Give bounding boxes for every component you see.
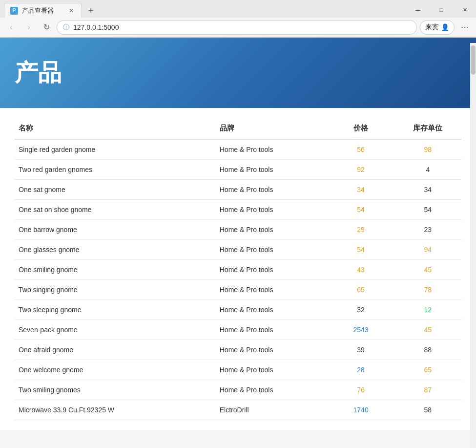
page-header: 产品 [0, 38, 476, 108]
browser-chrome: P 产品查看器 ✕ + — □ ✕ ‹ › ↻ ⓘ 127.0.0.1:5000… [0, 0, 476, 38]
cell-stock: 94 [394, 240, 461, 260]
cell-name: One sat gnome [15, 180, 216, 200]
cell-stock: 4 [394, 160, 461, 180]
cell-price: 39 [328, 340, 394, 360]
tab-bar: P 产品查看器 ✕ + — □ ✕ [0, 0, 476, 18]
cell-name: One sat on shoe gnome [15, 200, 216, 220]
col-header-name: 名称 [15, 118, 216, 139]
page-content: 产品 名称 品牌 价格 库存单位 Single red garden gnome… [0, 38, 476, 430]
browser-menu-button[interactable]: ⋯ [457, 20, 472, 35]
active-tab[interactable]: P 产品查看器 ✕ [4, 3, 82, 18]
profile-icon: 👤 [441, 23, 449, 31]
table-container: 名称 品牌 价格 库存单位 Single red garden gnome Ho… [0, 108, 476, 430]
cell-brand: Home & Pro tools [216, 340, 328, 360]
refresh-button[interactable]: ↻ [39, 20, 54, 35]
forward-button[interactable]: › [21, 20, 36, 35]
table-row[interactable]: One glasses gnome Home & Pro tools 54 94 [15, 240, 461, 260]
cell-price: 92 [328, 160, 394, 180]
back-button[interactable]: ‹ [4, 20, 19, 35]
tab-close-button[interactable]: ✕ [67, 6, 76, 15]
table-row[interactable]: One sat gnome Home & Pro tools 34 34 [15, 180, 461, 200]
cell-stock: 45 [394, 320, 461, 340]
table-row[interactable]: One afraid gnome Home & Pro tools 39 88 [15, 340, 461, 360]
cell-name: Seven-pack gnome [15, 320, 216, 340]
cell-name: Two sleeping gnome [15, 300, 216, 320]
address-bar[interactable]: ⓘ 127.0.0.1:5000 [57, 20, 417, 35]
cell-stock: 65 [394, 360, 461, 380]
cell-price: 54 [328, 240, 394, 260]
cell-stock: 54 [394, 200, 461, 220]
cell-name: One afraid gnome [15, 340, 216, 360]
cell-brand: Home & Pro tools [216, 360, 328, 380]
cell-price: 65 [328, 280, 394, 300]
cell-name: One smiling gnome [15, 260, 216, 280]
table-row[interactable]: One smiling gnome Home & Pro tools 43 45 [15, 260, 461, 280]
tab-favicon: P [10, 7, 18, 15]
cell-brand: Home & Pro tools [216, 320, 328, 340]
table-row[interactable]: Single red garden gnome Home & Pro tools… [15, 139, 461, 160]
cell-brand: Home & Pro tools [216, 139, 328, 160]
table-row[interactable]: One welcome gnome Home & Pro tools 28 65 [15, 360, 461, 380]
table-row[interactable]: Microwave 33.9 Cu.Ft.92325 W ElctroDrill… [15, 400, 461, 420]
profile-button[interactable]: 来宾 👤 [420, 20, 455, 35]
cell-brand: Home & Pro tools [216, 220, 328, 240]
cell-price: 54 [328, 200, 394, 220]
cell-price: 56 [328, 139, 394, 160]
table-row[interactable]: One barrow gnome Home & Pro tools 29 23 [15, 220, 461, 240]
cell-price: 43 [328, 260, 394, 280]
table-row[interactable]: One sat on shoe gnome Home & Pro tools 5… [15, 200, 461, 220]
cell-name: One glasses gnome [15, 240, 216, 260]
cell-stock: 34 [394, 180, 461, 200]
cell-brand: Home & Pro tools [216, 300, 328, 320]
col-header-stock: 库存单位 [394, 118, 461, 139]
security-icon: ⓘ [63, 23, 69, 32]
cell-name: Two smiling gnomes [15, 380, 216, 400]
close-button[interactable]: ✕ [454, 2, 476, 18]
col-header-brand: 品牌 [216, 118, 328, 139]
cell-brand: Home & Pro tools [216, 260, 328, 280]
cell-price: 29 [328, 220, 394, 240]
table-row[interactable]: Two singing gnome Home & Pro tools 65 78 [15, 280, 461, 300]
cell-stock: 45 [394, 260, 461, 280]
profile-label: 来宾 [425, 23, 439, 32]
page-title: 产品 [15, 57, 461, 88]
url-text[interactable]: 127.0.0.1:5000 [73, 23, 411, 31]
cell-brand: Home & Pro tools [216, 280, 328, 300]
cell-stock: 12 [394, 300, 461, 320]
table-row[interactable]: Seven-pack gnome Home & Pro tools 2543 4… [15, 320, 461, 340]
cell-brand: Home & Pro tools [216, 160, 328, 180]
cell-name: Single red garden gnome [15, 139, 216, 160]
cell-stock: 23 [394, 220, 461, 240]
cell-name: Two red garden gnomes [15, 160, 216, 180]
table-row[interactable]: Two sleeping gnome Home & Pro tools 32 1… [15, 300, 461, 320]
cell-name: One welcome gnome [15, 360, 216, 380]
cell-price: 76 [328, 380, 394, 400]
nav-bar: ‹ › ↻ ⓘ 127.0.0.1:5000 来宾 👤 ⋯ [0, 18, 476, 37]
cell-name: Two singing gnome [15, 280, 216, 300]
maximize-button[interactable]: □ [430, 2, 453, 18]
cell-brand: Home & Pro tools [216, 180, 328, 200]
cell-price: 2543 [328, 320, 394, 340]
scrollbar-thumb[interactable] [471, 45, 476, 75]
new-tab-button[interactable]: + [84, 4, 98, 18]
cell-price: 32 [328, 300, 394, 320]
cell-stock: 58 [394, 400, 461, 420]
scrollbar[interactable] [470, 43, 476, 430]
tab-title: 产品查看器 [22, 6, 54, 15]
cell-name: One barrow gnome [15, 220, 216, 240]
cell-stock: 87 [394, 380, 461, 400]
cell-brand: ElctroDrill [216, 400, 328, 420]
table-row[interactable]: Two smiling gnomes Home & Pro tools 76 8… [15, 380, 461, 400]
table-row[interactable]: Two red garden gnomes Home & Pro tools 9… [15, 160, 461, 180]
col-header-price: 价格 [328, 118, 394, 139]
cell-price: 28 [328, 360, 394, 380]
table-header: 名称 品牌 价格 库存单位 [15, 118, 461, 139]
cell-brand: Home & Pro tools [216, 240, 328, 260]
table-body: Single red garden gnome Home & Pro tools… [15, 139, 461, 420]
cell-stock: 78 [394, 280, 461, 300]
products-table: 名称 品牌 价格 库存单位 Single red garden gnome Ho… [15, 118, 461, 420]
cell-stock: 98 [394, 139, 461, 160]
cell-price: 34 [328, 180, 394, 200]
cell-price: 1740 [328, 400, 394, 420]
minimize-button[interactable]: — [407, 2, 429, 18]
